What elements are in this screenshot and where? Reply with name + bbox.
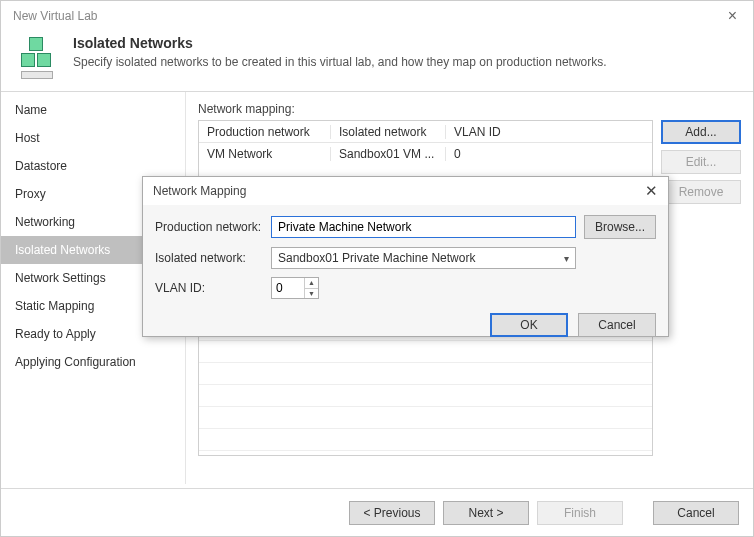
vlan-id-stepper[interactable]: ▲ ▼	[271, 277, 319, 299]
previous-button[interactable]: < Previous	[349, 501, 435, 525]
isolated-networks-icon	[15, 35, 59, 79]
section-label: Network mapping:	[198, 102, 741, 116]
label-isolated-network: Isolated network:	[155, 251, 263, 265]
sidebar-item-applying-configuration[interactable]: Applying Configuration	[1, 348, 185, 376]
close-icon[interactable]: ✕	[645, 182, 658, 200]
cell-isolated: Sandbox01 VM ...	[331, 147, 446, 161]
sidebar-item-host[interactable]: Host	[1, 124, 185, 152]
label-vlan-id: VLAN ID:	[155, 281, 263, 295]
stepper-up-icon[interactable]: ▲	[305, 278, 318, 289]
dialog-title: Network Mapping	[153, 184, 246, 198]
browse-button[interactable]: Browse...	[584, 215, 656, 239]
isolated-network-value: Sandbox01 Private Machine Network	[278, 251, 475, 265]
window-title: New Virtual Lab	[13, 9, 98, 23]
chevron-down-icon: ▾	[564, 253, 569, 264]
wizard-header: Isolated Networks Specify isolated netwo…	[1, 31, 753, 92]
vlan-id-input[interactable]	[272, 278, 304, 298]
sidebar-item-name[interactable]: Name	[1, 96, 185, 124]
cell-vlan: 0	[446, 147, 652, 161]
edit-button: Edit...	[661, 150, 741, 174]
dialog-titlebar: Network Mapping ✕	[143, 177, 668, 205]
cancel-button[interactable]: Cancel	[653, 501, 739, 525]
stepper-down-icon[interactable]: ▼	[305, 289, 318, 299]
col-vlan-id[interactable]: VLAN ID	[446, 125, 652, 139]
side-button-stack: Add... Edit... Remove	[661, 120, 741, 204]
network-mapping-dialog: Network Mapping ✕ Production network: Br…	[142, 176, 669, 337]
remove-button: Remove	[661, 180, 741, 204]
close-icon[interactable]: ×	[722, 7, 743, 25]
next-button[interactable]: Next >	[443, 501, 529, 525]
wizard-footer: < Previous Next > Finish Cancel	[1, 488, 753, 536]
finish-button: Finish	[537, 501, 623, 525]
col-isolated-network[interactable]: Isolated network	[331, 125, 446, 139]
window-titlebar: New Virtual Lab ×	[1, 1, 753, 31]
table-row[interactable]: VM Network Sandbox01 VM ... 0	[199, 143, 652, 165]
label-production-network: Production network:	[155, 220, 263, 234]
col-production-network[interactable]: Production network	[199, 125, 331, 139]
table-header: Production network Isolated network VLAN…	[199, 121, 652, 143]
ok-button[interactable]: OK	[490, 313, 568, 337]
dialog-cancel-button[interactable]: Cancel	[578, 313, 656, 337]
isolated-network-select[interactable]: Sandbox01 Private Machine Network ▾	[271, 247, 576, 269]
production-network-input[interactable]	[271, 216, 576, 238]
add-button[interactable]: Add...	[661, 120, 741, 144]
cell-production: VM Network	[199, 147, 331, 161]
page-description: Specify isolated networks to be created …	[73, 55, 607, 69]
page-title: Isolated Networks	[73, 35, 607, 51]
